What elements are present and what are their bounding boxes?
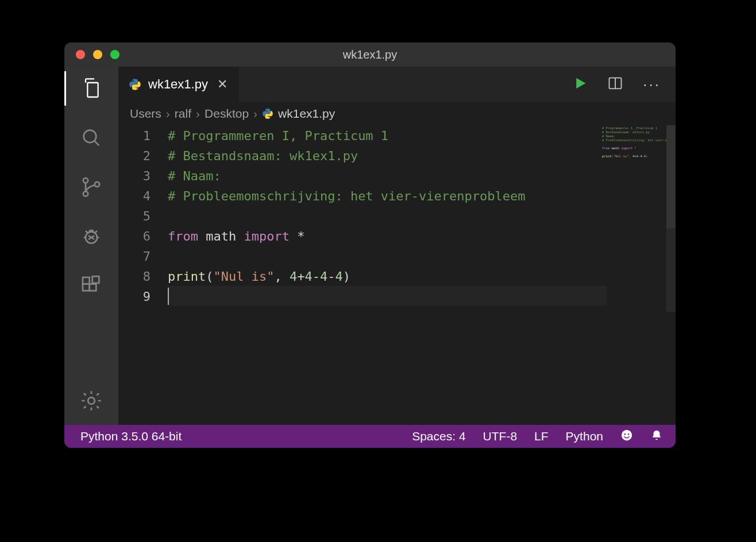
svg-point-20 [624,433,626,435]
split-editor-icon[interactable] [607,75,623,94]
main-area: wk1ex1.py ✕ ··· Users [118,67,676,425]
window-zoom-button[interactable] [110,50,119,59]
chevron-right-icon: › [196,107,200,121]
tab-strip: wk1ex1.py ✕ ··· [118,67,676,102]
traffic-lights [64,50,119,59]
status-encoding[interactable]: UTF-8 [483,429,518,443]
editor-window: wk1ex1.py [64,42,676,448]
svg-rect-12 [83,284,90,291]
search-icon[interactable] [80,126,103,149]
breadcrumb-segment[interactable]: ralf [175,107,191,121]
breadcrumb[interactable]: Users › ralf › Desktop › wk1ex1.py [118,102,676,125]
breadcrumb-segment[interactable]: Desktop [205,107,249,121]
line-number-gutter: 123456789 [118,125,168,425]
svg-point-19 [622,429,632,440]
svg-point-4 [95,182,99,187]
svg-point-2 [83,178,88,183]
svg-point-0 [84,130,97,143]
explorer-icon[interactable] [80,77,103,100]
window-body: wk1ex1.py ✕ ··· Users [64,67,676,425]
notifications-bell-icon[interactable] [650,429,663,444]
svg-line-10 [86,231,87,233]
python-file-icon [129,78,141,91]
source-control-icon[interactable] [80,176,103,199]
svg-point-21 [628,433,630,435]
window-minimize-button[interactable] [93,50,102,59]
scrollbar[interactable] [666,125,676,425]
chevron-right-icon: › [166,107,170,121]
window-title: wk1ex1.py [64,48,676,61]
breadcrumb-segment[interactable]: Users [130,107,161,121]
svg-line-1 [94,141,99,145]
tab-filename: wk1ex1.py [148,77,208,92]
settings-gear-icon[interactable] [80,389,103,412]
tab-actions: ··· [572,67,676,102]
svg-rect-13 [90,284,97,291]
status-eol[interactable]: LF [534,429,549,443]
status-bar: Python 3.5.0 64-bit Spaces: 4 UTF-8 LF P… [64,425,676,448]
tab-active[interactable]: wk1ex1.py ✕ [118,67,239,102]
run-icon[interactable] [572,75,588,94]
window-close-button[interactable] [76,50,85,59]
svg-point-16 [88,397,95,404]
status-indentation[interactable]: Spaces: 4 [412,429,465,443]
debug-icon[interactable] [80,225,103,248]
more-actions-icon[interactable]: ··· [643,76,661,94]
svg-rect-15 [92,276,99,283]
tab-close-icon[interactable]: ✕ [215,77,230,92]
feedback-smiley-icon[interactable] [620,429,633,444]
svg-point-3 [83,192,88,196]
scrollbar-overview [666,229,676,312]
svg-line-11 [95,231,97,233]
chevron-right-icon: › [253,107,257,121]
titlebar: wk1ex1.py [64,42,676,67]
editor[interactable]: 123456789 # Programmeren I, Practicum 1#… [118,125,676,425]
code-area[interactable]: # Programmeren I, Practicum 1# Bestandsn… [168,125,676,425]
python-file-icon [262,108,273,119]
activity-bar [64,67,118,425]
extensions-icon[interactable] [80,274,103,297]
status-language[interactable]: Python [566,429,603,443]
breadcrumb-file[interactable]: wk1ex1.py [278,107,335,121]
svg-rect-14 [83,277,90,284]
status-interpreter[interactable]: Python 3.5.0 64-bit [80,429,182,443]
scrollbar-thumb[interactable] [666,125,676,229]
